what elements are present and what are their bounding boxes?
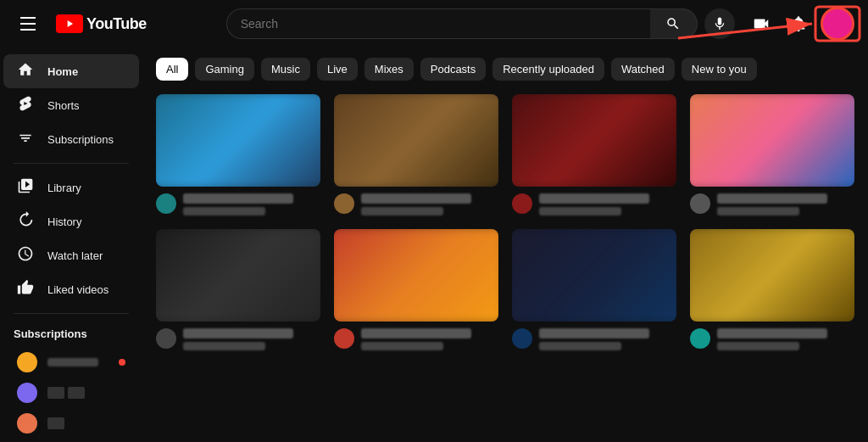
chip-podcasts[interactable]: Podcasts <box>420 58 486 81</box>
hamburger-menu[interactable] <box>14 10 42 37</box>
channel-avatar-8 <box>690 328 710 349</box>
chip-live[interactable]: Live <box>317 58 358 81</box>
subscription-item-1[interactable] <box>3 347 139 378</box>
video-info-1 <box>156 193 320 215</box>
mic-icon <box>712 16 727 31</box>
chip-gaming[interactable]: Gaming <box>195 58 254 81</box>
video-title-3 <box>539 193 649 204</box>
subscription-thumbnail-3 <box>47 417 64 429</box>
video-details-7 <box>539 328 676 350</box>
video-meta-8 <box>717 342 799 350</box>
chip-music[interactable]: Music <box>261 58 310 81</box>
channel-avatar-3 <box>512 193 532 214</box>
home-label: Home <box>47 65 78 78</box>
video-info-5 <box>156 328 320 350</box>
sidebar-item-watch-later[interactable]: Watch later <box>3 238 139 272</box>
video-card-2[interactable] <box>334 94 498 215</box>
divider-1 <box>14 163 129 164</box>
video-grid <box>142 87 868 364</box>
header-left: YouTube <box>14 10 217 37</box>
video-thumb-2 <box>334 94 498 187</box>
home-icon <box>17 61 34 81</box>
chip-all[interactable]: All <box>156 58 188 81</box>
video-title-1 <box>183 193 293 204</box>
bell-icon <box>789 14 808 33</box>
video-meta-3 <box>539 207 621 215</box>
chip-new-to-you[interactable]: New to you <box>682 58 757 81</box>
video-meta-7 <box>539 342 621 350</box>
video-thumb-1 <box>156 94 320 187</box>
subscription-thumbnails-2 <box>47 387 85 399</box>
sidebar-item-liked-videos[interactable]: Liked videos <box>3 272 139 306</box>
account-avatar[interactable] <box>821 7 854 41</box>
subscription-item-3[interactable] <box>3 408 139 439</box>
video-thumb-4 <box>690 94 854 187</box>
video-card-5[interactable] <box>156 229 320 350</box>
video-card-3[interactable] <box>512 94 676 215</box>
create-icon <box>752 14 771 33</box>
subscription-item-4[interactable]: M <box>3 439 139 442</box>
divider-2 <box>14 313 129 314</box>
search-button[interactable] <box>650 8 698 39</box>
subscription-avatar-2 <box>17 383 37 403</box>
thumb-bg-8 <box>690 229 854 322</box>
video-card-7[interactable] <box>512 229 676 350</box>
subscription-name-1 <box>47 358 98 366</box>
sidebar-item-subscriptions[interactable]: Subscriptions <box>3 122 139 156</box>
notifications-button[interactable] <box>783 8 814 39</box>
video-meta-6 <box>361 342 443 350</box>
library-icon <box>17 177 34 198</box>
channel-avatar-1 <box>156 193 176 214</box>
video-title-4 <box>717 193 827 204</box>
video-thumb-3 <box>512 94 676 187</box>
library-label: Library <box>47 182 81 194</box>
main-layout: Home Shorts Subscriptions Library His <box>0 48 868 442</box>
subscription-avatar-3 <box>17 413 37 434</box>
chip-mixes[interactable]: Mixes <box>364 58 414 81</box>
video-info-4 <box>690 193 854 215</box>
video-details-3 <box>539 193 676 215</box>
youtube-logo[interactable]: YouTube <box>56 14 147 33</box>
subscription-item-2[interactable] <box>3 378 139 408</box>
subscriptions-icon <box>17 129 34 149</box>
video-card-6[interactable] <box>334 229 498 350</box>
notification-dot-1 <box>119 359 125 366</box>
video-card-8[interactable] <box>690 229 854 350</box>
watch-later-icon <box>17 245 34 266</box>
header: YouTube <box>0 0 868 48</box>
thumb-bg-5 <box>156 229 320 322</box>
sidebar-item-shorts[interactable]: Shorts <box>3 88 139 122</box>
thumb-bg-1 <box>156 94 320 187</box>
video-card-4[interactable] <box>690 94 854 215</box>
video-thumb-8 <box>690 229 854 322</box>
channel-avatar-2 <box>334 193 354 214</box>
play-icon <box>64 18 75 30</box>
video-info-3 <box>512 193 676 215</box>
video-details-1 <box>183 193 320 215</box>
video-title-7 <box>539 328 649 338</box>
chip-watched[interactable]: Watched <box>611 58 675 81</box>
video-info-7 <box>512 328 676 350</box>
video-title-2 <box>361 193 471 204</box>
chip-recently-uploaded[interactable]: Recently uploaded <box>492 58 604 81</box>
video-info-6 <box>334 328 498 350</box>
video-card-1[interactable] <box>156 94 320 215</box>
video-title-8 <box>717 328 827 338</box>
create-button[interactable] <box>746 8 776 39</box>
video-info-8 <box>690 328 854 350</box>
search-input[interactable] <box>226 8 650 39</box>
video-meta-5 <box>183 342 265 350</box>
channel-avatar-6 <box>334 328 354 349</box>
thumb-bg-2 <box>334 94 498 187</box>
video-title-5 <box>183 328 293 338</box>
search-bar <box>226 8 698 39</box>
sidebar: Home Shorts Subscriptions Library His <box>0 48 142 442</box>
mic-button[interactable] <box>704 8 735 39</box>
history-icon <box>17 211 34 232</box>
sidebar-item-library[interactable]: Library <box>3 171 139 204</box>
channel-avatar-7 <box>512 328 532 349</box>
sidebar-item-history[interactable]: History <box>3 204 139 238</box>
video-details-2 <box>361 193 498 215</box>
video-meta-2 <box>361 207 443 215</box>
sidebar-item-home[interactable]: Home <box>3 54 139 88</box>
